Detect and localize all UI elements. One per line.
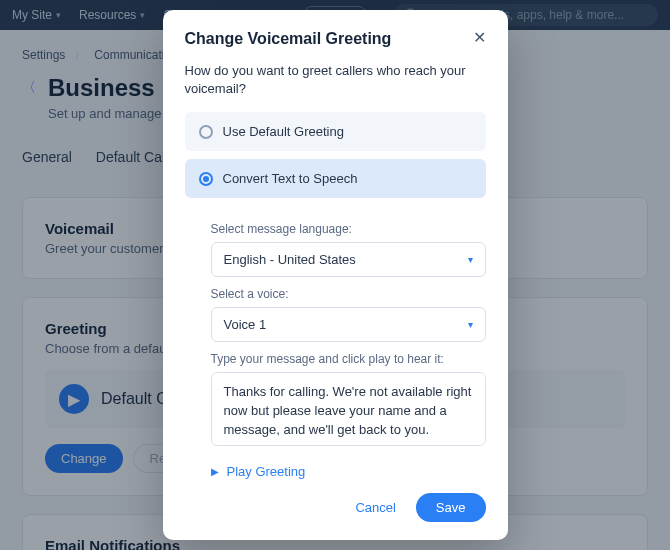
voice-select[interactable]: Voice 1 ▾ (211, 307, 486, 342)
tts-settings: Select message language: English - Unite… (185, 206, 486, 483)
close-icon[interactable]: ✕ (473, 30, 486, 46)
select-value: Voice 1 (224, 317, 267, 332)
language-select[interactable]: English - United States ▾ (211, 242, 486, 277)
modal-overlay: Change Voicemail Greeting ✕ How do you w… (0, 0, 670, 550)
chevron-down-icon: ▾ (468, 319, 473, 330)
radio-icon (199, 172, 213, 186)
modal-prompt: How do you want to greet callers who rea… (185, 62, 486, 98)
language-label: Select message language: (211, 222, 486, 236)
message-label: Type your message and click play to hear… (211, 352, 486, 366)
select-value: English - United States (224, 252, 356, 267)
option-default-greeting[interactable]: Use Default Greeting (185, 112, 486, 151)
cancel-button[interactable]: Cancel (341, 493, 409, 522)
change-greeting-modal: Change Voicemail Greeting ✕ How do you w… (163, 10, 508, 540)
save-button[interactable]: Save (416, 493, 486, 522)
radio-icon (199, 125, 213, 139)
option-text-to-speech[interactable]: Convert Text to Speech (185, 159, 486, 198)
option-label: Use Default Greeting (223, 124, 344, 139)
message-textarea[interactable] (211, 372, 486, 446)
modal-title: Change Voicemail Greeting (185, 30, 392, 48)
chevron-down-icon: ▾ (468, 254, 473, 265)
play-label: Play Greeting (227, 464, 306, 479)
option-label: Convert Text to Speech (223, 171, 358, 186)
play-icon: ▶ (211, 466, 219, 477)
voice-label: Select a voice: (211, 287, 486, 301)
play-greeting-button[interactable]: ▶ Play Greeting (211, 464, 486, 479)
